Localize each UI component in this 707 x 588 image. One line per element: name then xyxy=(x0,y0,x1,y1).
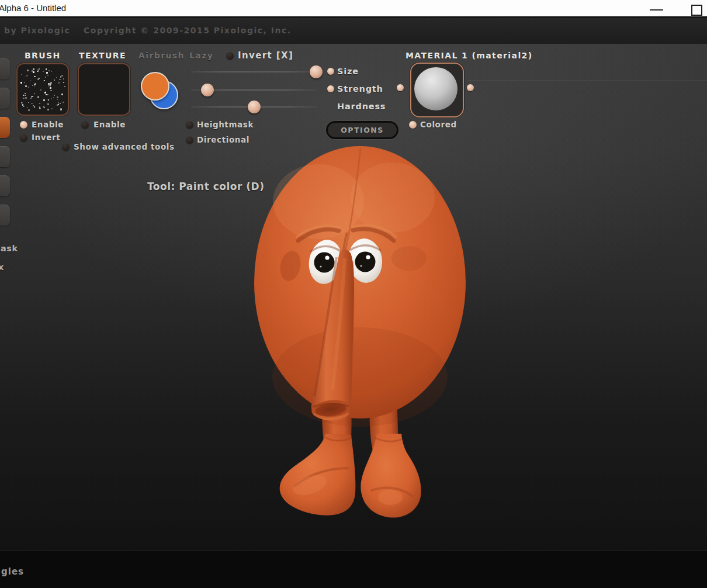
brush-speckle xyxy=(27,75,28,76)
brush-enable-label[interactable]: Enable xyxy=(32,120,64,129)
tool-status-text: Tool: Paint color (D) xyxy=(147,181,264,192)
brush-speckle xyxy=(25,93,26,94)
brush-speckle xyxy=(53,97,54,98)
directional-radio[interactable] xyxy=(186,136,193,144)
material-prev-arrow[interactable] xyxy=(397,84,404,91)
brush-speckle xyxy=(43,81,44,81)
colored-label[interactable]: Colored xyxy=(420,120,457,129)
heightmask-radio[interactable] xyxy=(186,121,193,129)
brush-speckle xyxy=(50,87,51,89)
brush-speckle xyxy=(28,109,30,111)
tool-button-6[interactable] xyxy=(0,205,10,226)
tool-button-3-selected[interactable] xyxy=(0,117,10,138)
brush-speckle xyxy=(44,92,46,94)
hardness-slider[interactable] xyxy=(191,101,317,113)
texture-thumbnail[interactable] xyxy=(78,63,130,116)
brush-speckle xyxy=(63,78,64,79)
options-button[interactable]: OPTIONS xyxy=(326,121,398,139)
tool-button-5[interactable] xyxy=(0,175,10,196)
heightmask-label[interactable]: Heightmask xyxy=(197,120,254,129)
size-slider-track[interactable] xyxy=(191,71,317,72)
toolbar-separator-line xyxy=(467,80,707,81)
size-bullet xyxy=(327,68,334,75)
brush-speckle xyxy=(34,106,35,108)
brush-speckle xyxy=(48,70,50,71)
brush-speckle xyxy=(61,102,62,102)
sculptris-window: Alpha 6 - Untitled by Pixologic Copyrigh… xyxy=(0,0,707,588)
right-foot xyxy=(361,434,421,518)
hardness-label: Hardness xyxy=(337,102,386,111)
brush-speckle xyxy=(48,83,50,85)
primary-color-swatch[interactable] xyxy=(141,72,169,101)
strength-slider[interactable] xyxy=(191,84,317,96)
brush-speckle xyxy=(31,103,32,105)
brush-speckle xyxy=(43,99,45,101)
brush-speckle xyxy=(37,71,38,72)
brush-speckle xyxy=(28,87,29,87)
right-pupil xyxy=(355,252,376,272)
brush-section-label: BRUSH xyxy=(25,51,61,60)
brush-speckle xyxy=(45,77,46,78)
material-next-arrow[interactable] xyxy=(467,84,474,91)
character-model xyxy=(254,146,466,518)
texture-enable-label[interactable]: Enable xyxy=(93,120,126,129)
brush-speckle xyxy=(46,94,47,95)
brush-speckle xyxy=(48,103,49,104)
brush-speckle xyxy=(58,102,59,103)
brush-enable-radio[interactable] xyxy=(20,121,27,129)
brush-speckle xyxy=(64,86,65,87)
brush-speckle xyxy=(54,95,55,96)
brush-speckle xyxy=(61,75,63,77)
tool-button-2[interactable] xyxy=(0,88,10,109)
brush-invert-label[interactable]: Invert xyxy=(32,133,60,142)
brush-speckle xyxy=(25,95,26,96)
brush-speckle xyxy=(23,106,24,107)
brush-speckle xyxy=(58,82,60,83)
copyright-text: Copyright © 2009-2015 Pixologic, Inc. xyxy=(84,26,292,35)
show-advanced-radio[interactable] xyxy=(62,143,70,151)
invert-x-label[interactable]: Invert [X] xyxy=(238,50,293,61)
brush-speckle xyxy=(43,71,44,72)
minimize-icon[interactable] xyxy=(650,9,663,11)
brush-speckle xyxy=(44,107,45,108)
brush-alpha-thumbnail[interactable] xyxy=(16,63,69,116)
window-title: Alpha 6 - Untitled xyxy=(0,3,66,13)
brush-speckle xyxy=(33,71,34,73)
texture-section-label: TEXTURE xyxy=(79,51,126,60)
size-label: Size xyxy=(337,67,359,76)
invert-x-radio[interactable] xyxy=(226,52,234,60)
tool-button-4[interactable] xyxy=(0,146,10,167)
directional-label[interactable]: Directional xyxy=(197,135,249,144)
size-slider-knob[interactable] xyxy=(310,65,323,78)
strength-slider-knob[interactable] xyxy=(201,84,214,96)
material-preview-tile[interactable] xyxy=(410,63,464,117)
brush-invert-radio[interactable] xyxy=(20,134,27,141)
brush-speckle xyxy=(61,94,63,95)
hardness-slider-knob[interactable] xyxy=(248,101,261,113)
brush-speckle xyxy=(47,75,48,76)
brush-speckle xyxy=(25,85,27,87)
material-section-label: MATERIAL 1 (material2) xyxy=(406,51,533,60)
triangle-count-text: gles xyxy=(1,566,24,577)
brush-speckle xyxy=(27,95,27,95)
brush-speckle xyxy=(46,68,47,70)
texture-enable-radio[interactable] xyxy=(81,121,89,129)
colored-radio[interactable] xyxy=(409,121,417,129)
airbrush-toggle[interactable]: Airbrush xyxy=(138,51,185,60)
brush-speckle xyxy=(51,71,52,71)
show-advanced-label[interactable]: Show advanced tools xyxy=(74,142,175,151)
brush-speckle xyxy=(56,77,57,78)
brush-speckle xyxy=(58,104,59,105)
brush-speckle xyxy=(24,82,25,82)
brush-speckle xyxy=(60,76,62,78)
brush-speckle xyxy=(39,68,40,70)
brush-speckle xyxy=(35,83,36,84)
lazy-toggle[interactable]: Lazy xyxy=(189,51,213,60)
brush-speckle xyxy=(27,70,29,71)
brand-text: by Pixologic xyxy=(4,26,70,35)
size-slider[interactable] xyxy=(191,65,317,78)
brush-speckle xyxy=(30,80,30,81)
tool-button-1[interactable] xyxy=(0,58,10,79)
maximize-icon[interactable] xyxy=(691,5,702,16)
brush-speckle xyxy=(32,103,33,105)
